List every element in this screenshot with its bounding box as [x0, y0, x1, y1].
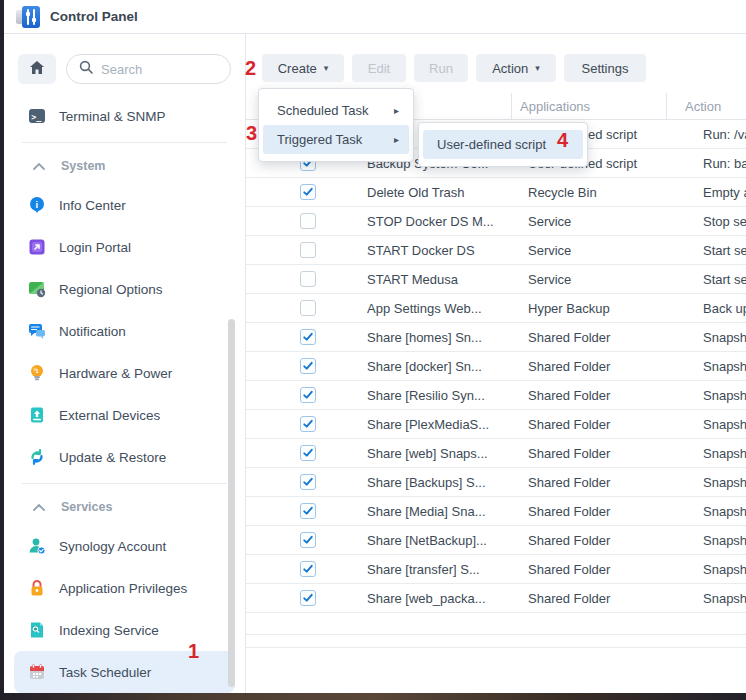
- action-cell: Stop servic: [685, 214, 746, 229]
- table-row[interactable]: Share [transfer] S...Shared FolderSnapsh…: [246, 555, 746, 584]
- task-name-cell: Share [PlexMediaS...: [367, 417, 520, 432]
- menu-item-scheduled-task[interactable]: Scheduled Task▸: [263, 96, 409, 125]
- sidebar-item-notification[interactable]: Notification: [14, 310, 235, 352]
- application-cell: Service: [520, 243, 685, 258]
- home-button[interactable]: [18, 54, 56, 84]
- row-checkbox-checked[interactable]: [300, 184, 316, 200]
- row-checkbox-checked[interactable]: [300, 590, 316, 606]
- sidebar-item-label: External Devices: [59, 408, 160, 423]
- task-name-cell: App Settings Web...: [367, 301, 520, 316]
- sidebar-item-update-restore[interactable]: Update & Restore: [14, 436, 235, 478]
- table-row[interactable]: Share [homes] Sn...Shared FolderSnapshot: [246, 323, 746, 352]
- sidebar-section-system[interactable]: System: [14, 148, 235, 184]
- task-name-cell: Share [NetBackup]...: [367, 533, 520, 548]
- sidebar-item-label: Task Scheduler: [59, 665, 151, 680]
- table-row[interactable]: Share [web] Snaps...Shared FolderSnapsho…: [246, 439, 746, 468]
- sidebar-item-synology-account[interactable]: Synology Account: [14, 525, 235, 567]
- table-row[interactable]: Share [Backups] S...Shared FolderSnapsho…: [246, 468, 746, 497]
- application-cell: Shared Folder: [520, 446, 685, 461]
- row-checkbox-checked[interactable]: [300, 358, 316, 374]
- create-button[interactable]: Create▾: [262, 54, 344, 82]
- create-dropdown-menu: Scheduled Task▸Triggered Task▸: [258, 88, 414, 162]
- task-name-cell: START Medusa: [367, 272, 520, 287]
- table-row[interactable]: STOP Docker DS M...ServiceStop servic: [246, 207, 746, 236]
- svg-text:i: i: [35, 199, 38, 210]
- row-checkbox-unchecked[interactable]: [300, 242, 316, 258]
- table-row[interactable]: Share [NetBackup]...Shared FolderSnapsho…: [246, 526, 746, 555]
- application-cell: Shared Folder: [520, 591, 685, 606]
- action-cell: Snapshot: [685, 504, 746, 519]
- desktop-background: Control Panel Search: [0, 0, 746, 700]
- sidebar-item-external-devices[interactable]: External Devices: [14, 394, 235, 436]
- application-cell: Shared Folder: [520, 475, 685, 490]
- row-checkbox-checked[interactable]: [300, 503, 316, 519]
- settings-button[interactable]: Settings: [564, 54, 646, 82]
- table-row[interactable]: Share [docker] Sn...Shared FolderSnapsho…: [246, 352, 746, 381]
- button-label: Settings: [582, 61, 629, 76]
- action-button[interactable]: Action▾: [476, 54, 556, 82]
- task-name-cell: Share [web_packa...: [367, 591, 520, 606]
- sidebar-item-info-center[interactable]: iInfo Center: [14, 184, 235, 226]
- table-row[interactable]: App Settings Web...Hyper BackupBack up d…: [246, 294, 746, 323]
- sidebar-item-label: Regional Options: [59, 282, 163, 297]
- search-placeholder: Search: [101, 62, 142, 77]
- sidebar-item-task-scheduler[interactable]: Task Scheduler: [14, 651, 235, 693]
- task-name-cell: Share [docker] Sn...: [367, 359, 520, 374]
- sidebar-scrollbar[interactable]: [228, 319, 235, 687]
- annotation-2: 2: [245, 57, 256, 80]
- application-cell: Service: [520, 214, 685, 229]
- sidebar-item-terminal-snmp[interactable]: >_Terminal & SNMP: [14, 95, 235, 137]
- row-checkbox-checked[interactable]: [300, 416, 316, 432]
- task-name-cell: Share [homes] Sn...: [367, 330, 520, 345]
- task-name-cell: STOP Docker DS M...: [367, 214, 520, 229]
- update-restore-icon: [28, 448, 46, 466]
- external-devices-icon: [28, 406, 46, 424]
- sidebar-item-hardware-power[interactable]: 1Hardware & Power: [14, 352, 235, 394]
- login-portal-icon: [28, 238, 46, 256]
- row-checkbox-unchecked[interactable]: [300, 213, 316, 229]
- row-checkbox-checked[interactable]: [300, 474, 316, 490]
- row-checkbox-unchecked[interactable]: [300, 300, 316, 316]
- table-row[interactable]: Share [Media] Sna...Shared FolderSnapsho…: [246, 497, 746, 526]
- table-row[interactable]: Delete Old TrashRecycle BinEmpty all R: [246, 178, 746, 207]
- menu-item-triggered-task[interactable]: Triggered Task▸: [263, 125, 409, 154]
- control-panel-window: Control Panel Search: [4, 0, 746, 693]
- table-row[interactable]: START MedusaServiceStart servic: [246, 265, 746, 294]
- search-icon: [79, 60, 93, 78]
- application-cell: Shared Folder: [520, 359, 685, 374]
- column-header-applications[interactable]: Applications: [512, 93, 667, 119]
- sidebar-item-label: Hardware & Power: [59, 366, 172, 381]
- table-row[interactable]: Share [Resilio Syn...Shared FolderSnapsh…: [246, 381, 746, 410]
- button-label: Edit: [368, 61, 390, 76]
- action-cell: Run: bash /: [685, 156, 746, 171]
- home-icon: [29, 60, 45, 79]
- menu-item-label: Scheduled Task: [277, 103, 369, 118]
- synology-account-icon: [28, 537, 46, 555]
- search-input[interactable]: Search: [66, 54, 231, 84]
- sidebar-item-label: Synology Account: [59, 539, 166, 554]
- row-checkbox-checked[interactable]: [300, 329, 316, 345]
- sidebar-item-login-portal[interactable]: Login Portal: [14, 226, 235, 268]
- action-cell: Start servic: [685, 243, 746, 258]
- toolbar: Create▾EditRunAction▾Settings: [246, 34, 746, 82]
- row-checkbox-checked[interactable]: [300, 561, 316, 577]
- svg-text:>_: >_: [31, 112, 42, 122]
- sidebar-item-regional-options[interactable]: Regional Options: [14, 268, 235, 310]
- row-checkbox-unchecked[interactable]: [300, 271, 316, 287]
- row-checkbox-checked[interactable]: [300, 387, 316, 403]
- row-checkbox-checked[interactable]: [300, 445, 316, 461]
- table-row[interactable]: Share [web_packa...Shared FolderSnapshot: [246, 584, 746, 613]
- chevron-up-icon: [30, 157, 48, 175]
- table-row[interactable]: Share [PlexMediaS...Shared FolderSnapsho…: [246, 410, 746, 439]
- table-row[interactable]: START Docker DSServiceStart servic: [246, 236, 746, 265]
- action-cell: Back up da: [685, 301, 746, 316]
- caret-down-icon: ▾: [324, 63, 329, 73]
- column-header-action[interactable]: Action: [667, 93, 746, 119]
- task-name-cell: Delete Old Trash: [367, 185, 520, 200]
- sidebar-item-application-privileges[interactable]: Application Privileges: [14, 567, 235, 609]
- button-label: Create: [278, 61, 317, 76]
- action-cell: Snapshot: [685, 330, 746, 345]
- sidebar-item-indexing-service[interactable]: Indexing Service: [14, 609, 235, 651]
- row-checkbox-checked[interactable]: [300, 532, 316, 548]
- sidebar-section-services[interactable]: Services: [14, 489, 235, 525]
